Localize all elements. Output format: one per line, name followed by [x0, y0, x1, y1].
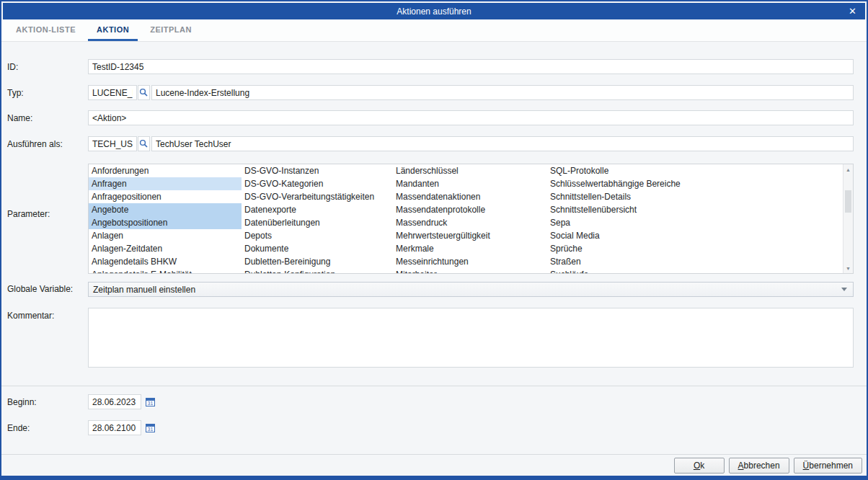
list-item[interactable]: Angebote: [89, 203, 242, 216]
magnifier-icon: [139, 88, 149, 97]
list-item[interactable]: Massendruck: [393, 216, 547, 229]
svg-text:31: 31: [148, 427, 154, 432]
list-item[interactable]: Datenexporte: [242, 203, 393, 216]
chevron-down-icon: [841, 288, 847, 291]
list-item[interactable]: Sprüche: [547, 242, 843, 255]
global-variable-select[interactable]: Zeitplan manuell einstellen: [88, 282, 854, 297]
calendar-icon: 31: [145, 396, 156, 407]
list-item[interactable]: Datenüberleitungen: [242, 216, 393, 229]
list-item[interactable]: Sepa: [547, 216, 843, 229]
typ-code-input[interactable]: [88, 85, 137, 100]
list-item[interactable]: Anfragen: [89, 177, 242, 190]
window-title: Aktionen ausführen: [397, 6, 471, 17]
global-variable-label: Globale Variable:: [7, 284, 73, 294]
typ-display-field: [151, 85, 854, 100]
calendar-icon: 31: [145, 422, 156, 433]
name-input[interactable]: [88, 110, 854, 125]
tab-aktion[interactable]: AKTION: [88, 19, 138, 41]
cancel-button[interactable]: Abbrechen: [729, 458, 789, 474]
list-item[interactable]: Massendatenaktionen: [393, 190, 547, 203]
typ-label: Typ:: [7, 88, 24, 98]
list-item[interactable]: Angebotspositionen: [89, 216, 242, 229]
list-item[interactable]: Mandanten: [393, 177, 547, 190]
list-item[interactable]: Massendatenprotokolle: [393, 203, 547, 216]
list-item[interactable]: DS-GVO-Verarbeitungstätigkeiten: [242, 190, 393, 203]
footer-buttons: OkAbbrechenÜbernehmen: [674, 458, 862, 474]
list-item[interactable]: Mehrwertsteuergültigkeit: [393, 229, 547, 242]
list-item[interactable]: Dokumente: [242, 242, 393, 255]
name-label: Name:: [7, 113, 32, 123]
comment-label: Kommentar:: [7, 311, 54, 321]
scroll-down-icon: ▼: [846, 266, 851, 271]
scroll-up-button[interactable]: ▲: [843, 164, 853, 174]
end-calendar-button[interactable]: 31: [144, 422, 156, 434]
list-item[interactable]: Länderschlüssel: [393, 164, 547, 177]
list-item[interactable]: SQL-Protokolle: [547, 164, 843, 177]
scroll-down-button[interactable]: ▼: [843, 263, 853, 273]
tab-zeitplan[interactable]: ZEITPLAN: [141, 19, 200, 41]
list-item[interactable]: Straßen: [547, 255, 843, 268]
id-input[interactable]: [88, 59, 854, 74]
typ-lookup-button[interactable]: [138, 85, 150, 100]
close-icon: ✕: [849, 6, 856, 17]
parameter-list-column: AnforderungenAnfragenAnfragepositionenAn…: [89, 164, 242, 273]
end-date-input[interactable]: [88, 420, 141, 435]
list-item[interactable]: Anforderungen: [89, 164, 242, 177]
id-label: ID:: [7, 62, 18, 72]
run-as-lookup-button[interactable]: [138, 136, 150, 151]
list-item[interactable]: Merkmale: [393, 242, 547, 255]
list-item[interactable]: Dubletten-Bereinigung: [242, 255, 393, 268]
list-item[interactable]: Anlagendetails BHKW: [89, 255, 242, 268]
run-as-display-field: [151, 136, 854, 151]
global-variable-value: Zeitplan manuell einstellen: [93, 285, 195, 295]
list-item[interactable]: Schnittstellen-Details: [547, 190, 843, 203]
list-item[interactable]: Dubletten-Konfiguration: [242, 268, 393, 273]
tab-bar: AKTION-LISTEAKTIONZEITPLAN: [1, 19, 867, 42]
list-item[interactable]: Anlagendetails E-Mobilität: [89, 268, 242, 273]
svg-text:31: 31: [148, 401, 154, 406]
ok-button[interactable]: Ok: [674, 458, 725, 474]
close-button[interactable]: ✕: [846, 3, 859, 19]
list-item[interactable]: Schlüsselwertabhängige Bereiche: [547, 177, 843, 190]
list-item[interactable]: Mitarbeiter: [393, 268, 547, 273]
list-item[interactable]: Anlagen-Zeitdaten: [89, 242, 242, 255]
list-item[interactable]: Suchläufe: [547, 268, 843, 273]
scroll-up-icon: ▲: [846, 167, 851, 172]
list-item[interactable]: Anfragepositionen: [89, 190, 242, 203]
list-item[interactable]: Messeinrichtungen: [393, 255, 547, 268]
comment-textarea[interactable]: [88, 308, 854, 368]
magnifier-icon: [139, 139, 149, 148]
tab-aktion-liste[interactable]: AKTION-LISTE: [7, 19, 84, 41]
list-item[interactable]: Schnittstellenübersicht: [547, 203, 843, 216]
begin-calendar-button[interactable]: 31: [144, 396, 156, 408]
run-as-label: Ausführen als:: [7, 139, 63, 149]
scrollbar[interactable]: ▲ ▼: [843, 164, 853, 273]
title-bar: Aktionen ausführen ✕: [3, 3, 865, 19]
begin-label: Beginn:: [7, 397, 37, 407]
run-as-code-input[interactable]: [88, 136, 137, 151]
bottom-border: [1, 476, 867, 479]
list-item[interactable]: Social Media: [547, 229, 843, 242]
dialog-window: Aktionen ausführen ✕ AKTION-LISTEAKTIONZ…: [0, 0, 868, 480]
list-item[interactable]: Anlagen: [89, 229, 242, 242]
end-label: Ende:: [7, 423, 30, 433]
section-separator: [1, 386, 867, 386]
scroll-thumb[interactable]: [845, 190, 851, 213]
parameter-list-column: SQL-ProtokolleSchlüsselwertabhängige Ber…: [547, 164, 843, 273]
list-item[interactable]: DS-GVO-Instanzen: [242, 164, 393, 177]
footer-separator: [1, 454, 867, 455]
parameter-list-column: LänderschlüsselMandantenMassendatenaktio…: [393, 164, 547, 273]
begin-date-input[interactable]: [88, 394, 141, 409]
list-item[interactable]: Depots: [242, 229, 393, 242]
parameter-label: Parameter:: [7, 209, 50, 219]
parameter-list-column: DS-GVO-InstanzenDS-GVO-KategorienDS-GVO-…: [242, 164, 393, 273]
apply-button[interactable]: Übernehmen: [794, 458, 862, 474]
list-item[interactable]: DS-GVO-Kategorien: [242, 177, 393, 190]
parameter-list[interactable]: AnforderungenAnfragenAnfragepositionenAn…: [88, 164, 854, 274]
